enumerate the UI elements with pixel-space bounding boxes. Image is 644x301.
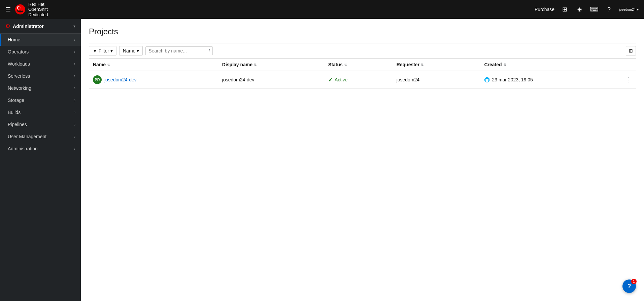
sidebar-item-administration[interactable]: Administration › (0, 143, 81, 155)
col-header-status[interactable]: Status ⇅ (324, 59, 393, 71)
filter-button[interactable]: ▼ Filter ▾ (89, 46, 116, 55)
project-name-link[interactable]: josedom24-dev (104, 77, 137, 82)
sidebar-item-pipelines[interactable]: Pipelines › (0, 118, 81, 130)
name-filter-label: Name (123, 48, 135, 53)
sidebar-builds-label: Builds (8, 110, 74, 115)
username-label: josedom24 (619, 8, 636, 11)
cell-created: 🌐 23 mar 2023, 19:05 (480, 71, 622, 88)
sidebar-builds-arrow-icon: › (74, 110, 75, 115)
sidebar-item-workloads[interactable]: Workloads › (0, 58, 81, 70)
help-fab-icon: ? (628, 283, 631, 290)
cell-status: ✔ Active (324, 71, 393, 88)
svg-point-5 (18, 6, 21, 10)
sidebar-serverless-arrow-icon: › (74, 74, 75, 78)
grid-icon[interactable]: ⊞ (560, 5, 569, 14)
sidebar-storage-label: Storage (8, 98, 74, 103)
created-date-label: 23 mar 2023, 19:05 (492, 77, 533, 82)
name-filter-arrow-icon: ▾ (137, 48, 139, 53)
sidebar-pipelines-arrow-icon: › (74, 122, 75, 127)
cell-requester: josedom24 (393, 71, 480, 88)
sidebar-serverless-label: Serverless (8, 73, 74, 79)
col-header-name[interactable]: Name ⇅ (89, 59, 218, 71)
table-header-row: Name ⇅ Display name ⇅ Status ⇅ (89, 59, 636, 71)
sidebar-item-storage[interactable]: Storage › (0, 94, 81, 106)
status-label: Active (335, 77, 347, 82)
user-menu[interactable]: josedom24 ▾ (619, 8, 639, 11)
redhat-logo-icon (15, 4, 26, 15)
sidebar-networking-label: Networking (8, 85, 74, 91)
cell-row-actions: ⋮ (622, 71, 636, 88)
filter-icon: ▼ (93, 48, 97, 53)
col-header-requester[interactable]: Requester ⇅ (393, 59, 480, 71)
table-row: PR josedom24-dev josedom24-dev ✔ Active … (89, 71, 636, 88)
brand-name-text: Red Hat OpenShift Dedicated (28, 2, 48, 17)
sidebar-storage-arrow-icon: › (74, 98, 75, 103)
toolbar: ▼ Filter ▾ Name ▾ / ⊞ (89, 43, 636, 59)
col-header-actions (622, 59, 636, 71)
sort-icon-status: ⇅ (344, 63, 347, 67)
sidebar-home-label: Home (8, 37, 74, 42)
manage-columns-button[interactable]: ⊞ (626, 46, 636, 55)
role-arrow-icon: ▾ (73, 24, 75, 29)
user-caret-icon: ▾ (637, 8, 639, 11)
sidebar-administration-label: Administration (8, 146, 74, 151)
filter-caret-icon: ▾ (110, 48, 113, 53)
add-icon[interactable]: ⊕ (575, 5, 584, 14)
sidebar: ⚙ Administrator ▾ Home › Operators › Wor… (0, 19, 81, 301)
sort-icon-display-name: ⇅ (254, 63, 257, 67)
menu-toggle-icon[interactable]: ☰ (5, 6, 11, 13)
projects-table: Name ⇅ Display name ⇅ Status ⇅ (89, 59, 636, 88)
sidebar-operators-label: Operators (8, 49, 74, 54)
sidebar-operators-arrow-icon: › (74, 49, 75, 54)
status-active-icon: ✔ (328, 77, 333, 83)
sidebar-administration-arrow-icon: › (74, 146, 75, 151)
sidebar-networking-arrow-icon: › (74, 86, 75, 90)
help-notification-badge: 1 (631, 279, 637, 284)
sidebar-item-user-management[interactable]: User Management › (0, 130, 81, 143)
main-content: Projects ▼ Filter ▾ Name ▾ / ⊞ (81, 19, 644, 301)
search-input[interactable] (148, 48, 209, 53)
globe-icon: 🌐 (484, 77, 490, 82)
page-title: Projects (89, 27, 636, 36)
row-kebab-menu[interactable]: ⋮ (626, 76, 632, 83)
sort-icon-created: ⇅ (503, 63, 506, 67)
sort-icon-name: ⇅ (107, 63, 110, 67)
sidebar-item-operators[interactable]: Operators › (0, 46, 81, 58)
col-header-display-name[interactable]: Display name ⇅ (218, 59, 324, 71)
cell-display-name: josedom24-dev (218, 71, 324, 88)
filter-label: Filter (99, 48, 109, 53)
search-input-wrapper: / (145, 46, 213, 55)
sidebar-user-management-arrow-icon: › (74, 134, 75, 139)
top-navigation: ☰ Red Hat OpenShift Dedicated Purchase ⊞… (0, 0, 644, 19)
cell-name: PR josedom24-dev (89, 71, 218, 88)
sidebar-item-networking[interactable]: Networking › (0, 82, 81, 94)
project-badge: PR (93, 75, 102, 84)
sidebar-workloads-label: Workloads (8, 61, 74, 67)
sidebar-role-selector[interactable]: ⚙ Administrator ▾ (0, 19, 81, 34)
sidebar-user-management-label: User Management (8, 134, 74, 139)
search-shortcut-label: / (209, 48, 210, 53)
purchase-link[interactable]: Purchase (535, 7, 554, 12)
sidebar-item-home[interactable]: Home › (0, 34, 81, 46)
columns-icon: ⊞ (629, 48, 633, 53)
sidebar-home-arrow-icon: › (74, 37, 75, 42)
help-fab-button[interactable]: 1 ? (622, 279, 636, 293)
sidebar-item-serverless[interactable]: Serverless › (0, 70, 81, 82)
sidebar-pipelines-label: Pipelines (8, 122, 74, 127)
sidebar-item-builds[interactable]: Builds › (0, 106, 81, 118)
sidebar-workloads-arrow-icon: › (74, 62, 75, 66)
brand-logo-area: Red Hat OpenShift Dedicated (15, 2, 48, 17)
col-header-created[interactable]: Created ⇅ (480, 59, 622, 71)
sort-icon-requester: ⇅ (421, 63, 423, 67)
role-label: Administrator (13, 24, 44, 29)
terminal-icon[interactable]: ⌨ (589, 5, 599, 14)
name-filter-button[interactable]: Name ▾ (119, 46, 143, 55)
table-body: PR josedom24-dev josedom24-dev ✔ Active … (89, 71, 636, 88)
administrator-icon: ⚙ (5, 23, 10, 29)
help-icon[interactable]: ? (604, 5, 614, 14)
